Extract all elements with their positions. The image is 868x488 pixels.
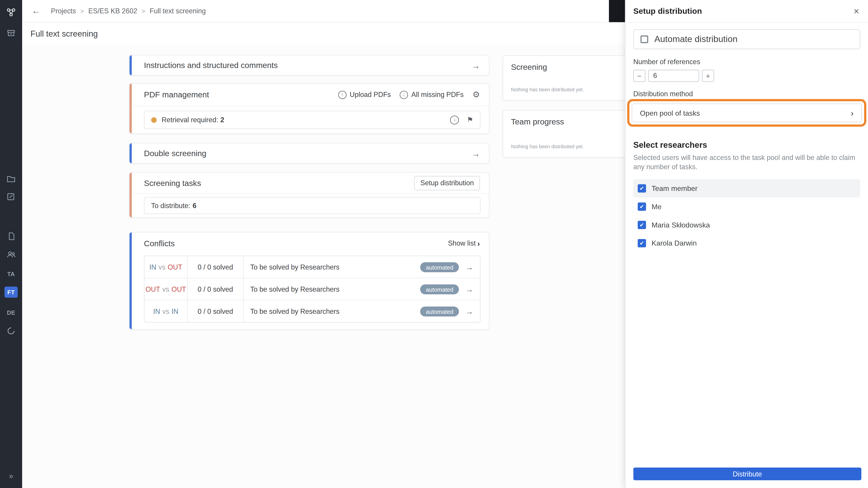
retrieve-download-icon[interactable]: ↓ xyxy=(450,116,459,124)
conflict-arrow-icon[interactable]: → xyxy=(466,263,473,271)
checkbox-checked-icon[interactable]: ✔ xyxy=(638,239,646,247)
divider xyxy=(129,106,489,106)
checkbox-unchecked-icon[interactable] xyxy=(640,35,648,43)
conflict-solver: To be solved by Researchers xyxy=(244,307,421,315)
conflict-row-in-in: INvsIN 0 / 0 solved To be solved by Rese… xyxy=(145,300,480,322)
conflicts-title: Conflicts xyxy=(144,239,175,248)
double-screening-arrow-icon[interactable]: → xyxy=(472,149,480,158)
close-icon[interactable]: × xyxy=(854,6,859,16)
drawer-title: Setup distribution xyxy=(633,6,702,15)
pdf-management-title: PDF management xyxy=(144,90,209,99)
all-missing-pdfs-label: All missing PDFs xyxy=(411,91,464,98)
researcher-row-maria[interactable]: ✔ Maria Skłodowska xyxy=(633,216,860,234)
document-icon[interactable] xyxy=(0,230,22,243)
sidebar-item-de[interactable]: DE xyxy=(0,306,22,319)
breadcrumb-project[interactable]: ES/ES KB 2602 xyxy=(88,7,137,15)
references-stepper: − + xyxy=(633,70,860,82)
archive-icon[interactable] xyxy=(0,27,22,40)
to-distribute-count: 6 xyxy=(193,202,196,209)
researcher-name: Me xyxy=(651,202,661,211)
conflicts-table: INvsOUT 0 / 0 solved To be solved by Res… xyxy=(144,256,480,322)
upload-pdfs-button[interactable]: ↑ Upload PDFs xyxy=(338,90,391,99)
conflict-count: 0 / 0 solved xyxy=(188,300,243,322)
distribution-method-select[interactable]: Open pool of tasks › xyxy=(631,103,862,122)
setup-distribution-button[interactable]: Setup distribution xyxy=(414,176,480,190)
breadcrumb-separator: > xyxy=(80,8,84,14)
conflict-left: IN xyxy=(153,307,160,315)
breadcrumb-current: Full text screening xyxy=(150,7,206,15)
download-icon: ↓ xyxy=(400,90,408,99)
topbar-partial-element xyxy=(609,0,625,22)
ta-label: TA xyxy=(7,271,15,277)
ft-label: FT xyxy=(7,289,15,295)
folder-icon[interactable] xyxy=(0,172,22,186)
conflict-left: IN xyxy=(149,263,156,271)
checkbox-checked-icon[interactable]: ✔ xyxy=(638,202,646,211)
expand-icon[interactable]: » xyxy=(0,469,22,483)
pdf-management-header: PDF management ↑ Upload PDFs ↓ All missi… xyxy=(129,84,489,106)
screening-tasks-header: Screening tasks Setup distribution xyxy=(129,173,489,193)
setup-distribution-drawer: Setup distribution × Automate distributi… xyxy=(625,0,868,488)
researcher-row-karola[interactable]: ✔ Karola Darwin xyxy=(633,234,860,252)
back-button[interactable]: ← xyxy=(29,0,43,22)
distribution-method-value: Open pool of tasks xyxy=(640,109,700,117)
team-icon[interactable] xyxy=(0,248,22,261)
conflicts-card: Conflicts Show list › INvsOUT 0 / 0 solv… xyxy=(129,232,489,330)
conflict-solver: To be solved by Researchers xyxy=(244,285,421,293)
checkbox-checked-icon[interactable]: ✔ xyxy=(638,221,646,229)
conflict-right: OUT xyxy=(172,285,186,293)
researcher-row-me[interactable]: ✔ Me xyxy=(633,197,860,216)
breadcrumb-separator: > xyxy=(142,8,145,14)
sidebar-item-ft-active[interactable]: FT xyxy=(0,286,22,299)
retrieval-required-label: Retrieval required: xyxy=(162,116,218,124)
app-window: TA FT DE » ← Projects > ES/ES KB 2602 > … xyxy=(0,0,868,488)
instructions-card[interactable]: Instructions and structured comments → xyxy=(129,55,489,76)
double-screening-title: Double screening xyxy=(144,149,206,158)
references-input[interactable] xyxy=(648,70,699,82)
decrement-button[interactable]: − xyxy=(633,70,646,82)
flag-icon[interactable]: ⚑ xyxy=(467,116,473,124)
conflict-row-in-out: INvsOUT 0 / 0 solved To be solved by Res… xyxy=(145,256,480,278)
upload-icon: ↑ xyxy=(338,90,346,99)
researcher-name: Team member xyxy=(651,184,698,193)
left-rail: TA FT DE » xyxy=(0,0,22,488)
gear-icon[interactable]: ⚙ xyxy=(472,90,480,100)
chevron-right-icon: › xyxy=(477,239,480,248)
edit-icon[interactable] xyxy=(0,190,22,203)
double-screening-card[interactable]: Double screening → xyxy=(129,143,489,164)
conflict-right: OUT xyxy=(168,263,182,271)
vs-label: vs xyxy=(162,285,169,293)
conflict-arrow-icon[interactable]: → xyxy=(466,285,473,293)
chevron-right-icon: › xyxy=(851,108,854,118)
instructions-arrow-icon[interactable]: → xyxy=(472,61,480,70)
screening-tasks-title: Screening tasks xyxy=(144,178,201,187)
app-logo[interactable] xyxy=(0,5,22,19)
select-researchers-description: Selected users will have access to the t… xyxy=(633,153,860,172)
increment-button[interactable]: + xyxy=(702,70,714,82)
upload-pdfs-label: Upload PDFs xyxy=(350,91,391,98)
automated-badge: automated xyxy=(421,262,459,272)
automate-distribution-label: Automate distribution xyxy=(654,34,738,44)
breadcrumb-projects[interactable]: Projects xyxy=(51,7,76,15)
select-researchers-title: Select researchers xyxy=(633,140,860,150)
sidebar-item-ta[interactable]: TA xyxy=(0,267,22,281)
conflicts-header: Conflicts Show list › xyxy=(129,232,489,255)
researcher-row-team-member[interactable]: ✔ Team member xyxy=(633,179,860,197)
sync-icon[interactable] xyxy=(0,324,22,337)
conflict-right: IN xyxy=(172,307,179,315)
to-distribute-row: To distribute: 6 xyxy=(144,197,480,214)
conflict-arrow-icon[interactable]: → xyxy=(466,307,473,316)
retrieval-required-row: Retrieval required: 2 ↓ ⚑ xyxy=(144,111,480,129)
divider xyxy=(129,193,489,194)
to-distribute-label: To distribute: xyxy=(151,202,191,209)
retrieval-required-count: 2 xyxy=(220,116,224,124)
all-missing-pdfs-button[interactable]: ↓ All missing PDFs xyxy=(400,90,464,99)
pdf-management-card: PDF management ↑ Upload PDFs ↓ All missi… xyxy=(129,83,489,134)
show-list-button[interactable]: Show list › xyxy=(448,239,480,248)
cards-column: Instructions and structured comments → P… xyxy=(129,55,489,330)
automate-distribution-checkbox[interactable]: Automate distribution xyxy=(633,29,860,49)
automated-badge: automated xyxy=(421,306,459,316)
checkbox-checked-icon[interactable]: ✔ xyxy=(638,184,646,193)
screening-tasks-card: Screening tasks Setup distribution To di… xyxy=(129,172,489,218)
distribute-button[interactable]: Distribute xyxy=(633,467,862,480)
